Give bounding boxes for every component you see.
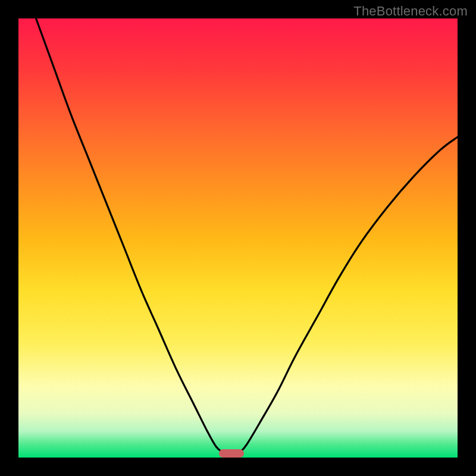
left-curve <box>36 18 223 452</box>
plot-area <box>18 18 458 458</box>
chart-frame: TheBottleneck.com <box>0 0 476 476</box>
minimum-marker <box>219 449 244 458</box>
right-curve <box>240 137 458 452</box>
watermark-text: TheBottleneck.com <box>353 4 468 19</box>
curves-svg <box>18 18 458 458</box>
